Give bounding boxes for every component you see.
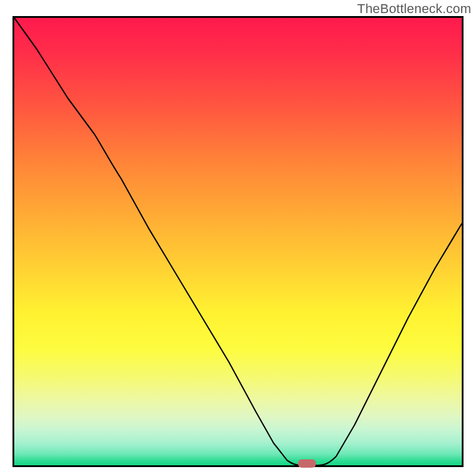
- watermark-text: TheBottleneck.com: [357, 1, 471, 17]
- chart-svg: [14, 18, 462, 465]
- bottleneck-curve: [14, 18, 462, 465]
- chart-frame: [12, 16, 464, 467]
- optimal-marker: [298, 459, 316, 468]
